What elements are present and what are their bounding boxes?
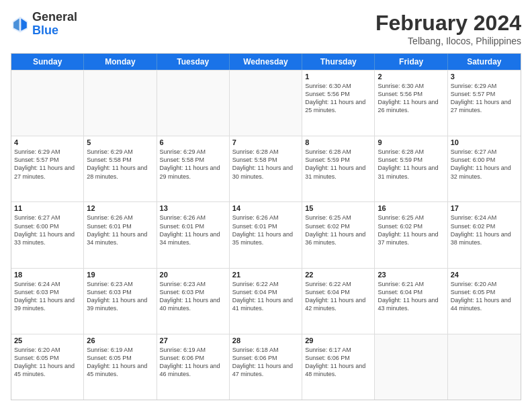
cell-w2-d0: 11Sunrise: 6:27 AM Sunset: 6:00 PM Dayli… xyxy=(11,202,84,267)
day-number: 11 xyxy=(14,204,81,212)
day-number: 16 xyxy=(378,204,444,212)
logo-general: General xyxy=(32,10,77,24)
cell-w0-d1 xyxy=(84,71,157,136)
cell-w3-d0: 18Sunrise: 6:24 AM Sunset: 6:03 PM Dayli… xyxy=(11,269,84,334)
day-info: Sunrise: 6:17 AM Sunset: 6:06 PM Dayligh… xyxy=(305,346,371,379)
day-number: 1 xyxy=(305,73,371,81)
cell-w1-d1: 5Sunrise: 6:29 AM Sunset: 5:58 PM Daylig… xyxy=(84,136,157,201)
day-number: 3 xyxy=(451,73,518,81)
header-friday: Friday xyxy=(375,54,447,70)
header: General Blue February 2024 Telbang, Iloc… xyxy=(11,11,521,46)
cell-w0-d3 xyxy=(230,71,302,136)
cell-w0-d5: 2Sunrise: 6:30 AM Sunset: 5:56 PM Daylig… xyxy=(375,71,447,136)
cell-w4-d1: 26Sunrise: 6:19 AM Sunset: 6:05 PM Dayli… xyxy=(84,334,157,400)
cell-w0-d2 xyxy=(157,71,230,136)
day-info: Sunrise: 6:25 AM Sunset: 6:02 PM Dayligh… xyxy=(378,214,444,246)
day-info: Sunrise: 6:20 AM Sunset: 6:05 PM Dayligh… xyxy=(14,346,81,379)
day-number: 5 xyxy=(87,138,153,146)
day-info: Sunrise: 6:26 AM Sunset: 6:01 PM Dayligh… xyxy=(160,214,226,246)
day-number: 24 xyxy=(451,271,518,279)
logo-blue: Blue xyxy=(32,24,58,37)
day-info: Sunrise: 6:29 AM Sunset: 5:57 PM Dayligh… xyxy=(451,82,518,115)
day-info: Sunrise: 6:19 AM Sunset: 6:06 PM Dayligh… xyxy=(160,346,226,379)
day-number: 28 xyxy=(232,336,299,345)
day-number: 20 xyxy=(160,271,226,279)
header-monday: Monday xyxy=(84,54,157,70)
day-info: Sunrise: 6:26 AM Sunset: 6:01 PM Dayligh… xyxy=(87,214,153,246)
header-thursday: Thursday xyxy=(302,54,375,70)
week-row-2: 11Sunrise: 6:27 AM Sunset: 6:00 PM Dayli… xyxy=(11,201,521,267)
day-number: 10 xyxy=(451,138,518,146)
day-info: Sunrise: 6:30 AM Sunset: 5:56 PM Dayligh… xyxy=(305,82,371,115)
day-number: 22 xyxy=(305,271,371,279)
title-block: February 2024 Telbang, Ilocos, Philippin… xyxy=(375,11,521,46)
cell-w1-d4: 8Sunrise: 6:28 AM Sunset: 5:59 PM Daylig… xyxy=(302,136,375,201)
day-info: Sunrise: 6:25 AM Sunset: 6:02 PM Dayligh… xyxy=(305,214,371,246)
day-info: Sunrise: 6:28 AM Sunset: 5:59 PM Dayligh… xyxy=(378,148,444,181)
day-number: 21 xyxy=(232,271,299,279)
week-row-3: 18Sunrise: 6:24 AM Sunset: 6:03 PM Dayli… xyxy=(11,268,521,334)
cell-w2-d1: 12Sunrise: 6:26 AM Sunset: 6:01 PM Dayli… xyxy=(84,202,157,267)
logo-text: General Blue xyxy=(32,11,77,38)
cell-w3-d4: 22Sunrise: 6:22 AM Sunset: 6:04 PM Dayli… xyxy=(302,269,375,334)
day-info: Sunrise: 6:29 AM Sunset: 5:58 PM Dayligh… xyxy=(160,148,226,181)
day-number: 4 xyxy=(14,138,81,146)
day-info: Sunrise: 6:20 AM Sunset: 6:05 PM Dayligh… xyxy=(451,280,518,313)
day-info: Sunrise: 6:28 AM Sunset: 5:59 PM Dayligh… xyxy=(305,148,371,181)
header-wednesday: Wednesday xyxy=(230,54,302,70)
day-info: Sunrise: 6:18 AM Sunset: 6:06 PM Dayligh… xyxy=(232,346,299,379)
cell-w2-d4: 15Sunrise: 6:25 AM Sunset: 6:02 PM Dayli… xyxy=(302,202,375,267)
week-row-1: 4Sunrise: 6:29 AM Sunset: 5:57 PM Daylig… xyxy=(11,136,521,201)
day-number: 23 xyxy=(378,271,444,279)
day-info: Sunrise: 6:27 AM Sunset: 6:00 PM Dayligh… xyxy=(451,148,518,181)
day-info: Sunrise: 6:24 AM Sunset: 6:02 PM Dayligh… xyxy=(451,214,518,246)
day-number: 8 xyxy=(305,138,371,146)
day-number: 17 xyxy=(451,204,518,212)
page: General Blue February 2024 Telbang, Iloc… xyxy=(0,0,532,411)
cell-w2-d5: 16Sunrise: 6:25 AM Sunset: 6:02 PM Dayli… xyxy=(375,202,447,267)
header-saturday: Saturday xyxy=(448,54,521,70)
day-number: 19 xyxy=(87,271,153,279)
day-number: 27 xyxy=(160,336,226,345)
day-info: Sunrise: 6:30 AM Sunset: 5:56 PM Dayligh… xyxy=(378,82,444,115)
cell-w3-d6: 24Sunrise: 6:20 AM Sunset: 6:05 PM Dayli… xyxy=(448,269,521,334)
day-info: Sunrise: 6:21 AM Sunset: 6:04 PM Dayligh… xyxy=(378,280,444,313)
cell-w1-d3: 7Sunrise: 6:28 AM Sunset: 5:58 PM Daylig… xyxy=(230,136,302,201)
cell-w2-d3: 14Sunrise: 6:26 AM Sunset: 6:01 PM Dayli… xyxy=(230,202,302,267)
day-number: 6 xyxy=(160,138,226,146)
calendar-body: 1Sunrise: 6:30 AM Sunset: 5:56 PM Daylig… xyxy=(11,70,521,400)
calendar: Sunday Monday Tuesday Wednesday Thursday… xyxy=(11,53,521,400)
cell-w1-d0: 4Sunrise: 6:29 AM Sunset: 5:57 PM Daylig… xyxy=(11,136,84,201)
logo-icon xyxy=(11,15,30,34)
day-info: Sunrise: 6:27 AM Sunset: 6:00 PM Dayligh… xyxy=(14,214,81,246)
day-number: 29 xyxy=(305,336,371,345)
cell-w1-d2: 6Sunrise: 6:29 AM Sunset: 5:58 PM Daylig… xyxy=(157,136,230,201)
cell-w4-d0: 25Sunrise: 6:20 AM Sunset: 6:05 PM Dayli… xyxy=(11,334,84,400)
cell-w4-d6 xyxy=(448,334,521,400)
location: Telbang, Ilocos, Philippines xyxy=(375,36,521,46)
header-tuesday: Tuesday xyxy=(157,54,230,70)
day-info: Sunrise: 6:29 AM Sunset: 5:57 PM Dayligh… xyxy=(14,148,81,181)
day-info: Sunrise: 6:22 AM Sunset: 6:04 PM Dayligh… xyxy=(305,280,371,313)
cell-w4-d3: 28Sunrise: 6:18 AM Sunset: 6:06 PM Dayli… xyxy=(230,334,302,400)
day-info: Sunrise: 6:24 AM Sunset: 6:03 PM Dayligh… xyxy=(14,280,81,313)
cell-w4-d4: 29Sunrise: 6:17 AM Sunset: 6:06 PM Dayli… xyxy=(302,334,375,400)
day-info: Sunrise: 6:26 AM Sunset: 6:01 PM Dayligh… xyxy=(232,214,299,246)
cell-w0-d4: 1Sunrise: 6:30 AM Sunset: 5:56 PM Daylig… xyxy=(302,71,375,136)
day-number: 25 xyxy=(14,336,81,345)
month-title: February 2024 xyxy=(375,11,521,36)
cell-w0-d0 xyxy=(11,71,84,136)
day-info: Sunrise: 6:22 AM Sunset: 6:04 PM Dayligh… xyxy=(232,280,299,313)
week-row-4: 25Sunrise: 6:20 AM Sunset: 6:05 PM Dayli… xyxy=(11,334,521,400)
cell-w4-d2: 27Sunrise: 6:19 AM Sunset: 6:06 PM Dayli… xyxy=(157,334,230,400)
day-number: 12 xyxy=(87,204,153,212)
day-number: 9 xyxy=(378,138,444,146)
logo: General Blue xyxy=(11,11,77,38)
header-sunday: Sunday xyxy=(11,54,84,70)
cell-w2-d6: 17Sunrise: 6:24 AM Sunset: 6:02 PM Dayli… xyxy=(448,202,521,267)
day-number: 7 xyxy=(232,138,299,146)
day-info: Sunrise: 6:29 AM Sunset: 5:58 PM Dayligh… xyxy=(87,148,153,181)
day-info: Sunrise: 6:23 AM Sunset: 6:03 PM Dayligh… xyxy=(160,280,226,313)
cell-w3-d1: 19Sunrise: 6:23 AM Sunset: 6:03 PM Dayli… xyxy=(84,269,157,334)
day-number: 13 xyxy=(160,204,226,212)
